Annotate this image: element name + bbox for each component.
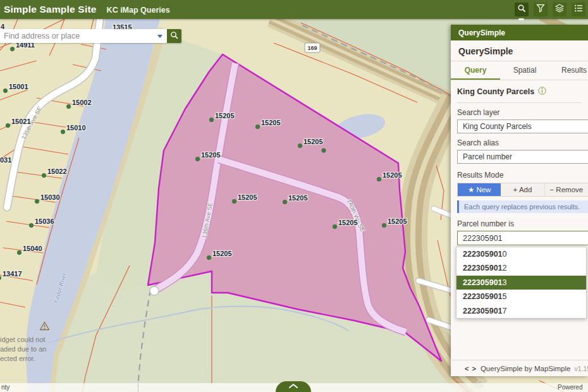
parcel-point [10,47,14,51]
panel-content: King County Parcels Search layer King Co… [451,80,588,319]
parcel-label: 15030 [40,193,60,201]
tab-query[interactable]: Query [451,61,500,80]
mode-remove-button[interactable]: − Remove [545,183,588,196]
results-mode-note: Each query replaces previous results. [457,200,588,213]
parcel-label: 15040 [23,245,42,252]
search-layer-select[interactable]: King County Parcels [457,119,588,133]
querysimple-panel: QuerySimple QuerySimple Query Spatial Re… [451,25,588,376]
results-mode-segmented: ★ New + Add − Remove [457,183,588,197]
legend-icon [574,4,583,15]
parcel-label: 15205 [212,250,232,257]
parcel-point [195,157,199,161]
parcel-label: 15205 [201,151,221,159]
parcel-point [29,223,33,227]
mode-add-button[interactable]: + Add [501,183,544,196]
parcel-label: 15205 [288,194,308,202]
parcel-query-label: Parcel number is [457,219,582,228]
panel-body: QuerySimple Query Spatial Results King C… [451,40,588,376]
suggestion-list: 2223059010222305901222230590132223059015… [456,247,587,319]
layer-title-row: King County Parcels [457,85,582,103]
parcel-label: 15205 [261,119,281,126]
search-tool-button[interactable] [515,3,529,16]
layer-title: King County Parcels [457,87,534,96]
parcel-point [232,199,236,203]
parcel-label: 15205 [303,138,323,145]
attribution-text: nty [1,384,9,391]
parcel-point [35,199,39,203]
parcel-label: 15021 [11,118,31,125]
tab-results[interactable]: Results [549,61,588,80]
suggestion-item[interactable]: 2223059017 [456,304,586,318]
parcel-point [298,144,302,147]
parcel-label: 15002 [72,99,92,106]
parcel-point [61,130,64,133]
tab-spatial[interactable]: Spatial [500,61,549,80]
powered-by-text: Powered [558,384,582,391]
panel-tabs: Query Spatial Results [451,61,588,80]
legend-tool-button[interactable] [572,3,585,16]
footer-version: v1.19.0-r025.0 [574,365,588,372]
search-layer-label: Search layer [457,108,582,117]
header-toolbar [515,3,585,16]
parcel-label: 15205 [238,193,257,201]
suggestion-item[interactable]: 2223059012 [456,261,586,275]
app-title: KC iMap Queries [107,6,170,15]
parcel-point [66,104,70,108]
info-icon[interactable] [538,87,546,97]
error-line: idget could not [0,335,76,345]
search-submit-button[interactable] [167,29,181,43]
parcel-point [333,224,336,228]
parcel-point [382,223,386,227]
attribution-divider [138,383,138,392]
search-source-dropdown[interactable] [153,29,167,43]
results-mode-label: Results Mode [457,171,582,180]
parcel-label: 15205 [383,171,402,179]
parcel-label: 13417 [3,270,22,278]
parcel-point [377,177,381,181]
parcel-point [283,200,286,204]
site-title: Simple Sample Site [4,4,97,15]
parcel-point [322,149,326,152]
mode-new-button[interactable]: ★ New [458,183,501,196]
search-alias-label: Search alias [457,138,582,147]
svg-text:169: 169 [307,45,317,51]
expand-panel-button[interactable] [276,381,311,392]
suggestion-item[interactable]: 2223059015 [456,290,586,303]
highway-shield: 169 [305,43,320,52]
code-icon: < > [465,365,477,372]
panel-titlebar: QuerySimple [451,25,588,40]
layers-tool-button[interactable] [553,3,567,16]
suggestion-item[interactable]: 2223059010 [456,247,586,261]
error-line: ected error. [0,354,76,364]
filter-tool-button[interactable] [534,3,548,16]
footer-credit: QuerySimple by MapSimple [481,365,571,372]
parcel-point [6,123,9,127]
magnifier-icon [170,31,178,41]
chevron-down-icon [157,35,162,38]
parcel-point [17,250,21,254]
search-alias-input[interactable]: Parcel number [457,150,588,164]
parcel-label: 031 [0,156,11,164]
search-icon [517,4,526,15]
search-input[interactable] [0,29,153,43]
parcel-point [3,89,7,92]
layers-icon [555,4,564,15]
map-search-widget [0,29,181,43]
app-header: Simple Sample Site KC iMap Queries [0,0,588,19]
road-end-cap [150,286,159,295]
parcel-label: 15036 [35,217,54,225]
parcel-point [255,125,259,128]
panel-footer: < > QuerySimple by MapSimple v1.19.0-r02… [451,360,588,376]
parcel-point [209,118,213,121]
parcel-label: 15001 [9,83,28,90]
parcel-label: 15205 [388,217,407,225]
error-line: aded due to an [0,345,76,354]
parcel-point [207,255,211,259]
widget-error-message: idget could not aded due to an ected err… [0,321,76,364]
parcel-label: 15010 [66,124,86,132]
suggestion-item[interactable]: 2223059013 [456,276,586,290]
filter-icon [536,4,545,15]
parcel-point [42,173,46,177]
parcel-number-input[interactable] [457,231,588,245]
parcel-label: 15022 [47,168,67,175]
